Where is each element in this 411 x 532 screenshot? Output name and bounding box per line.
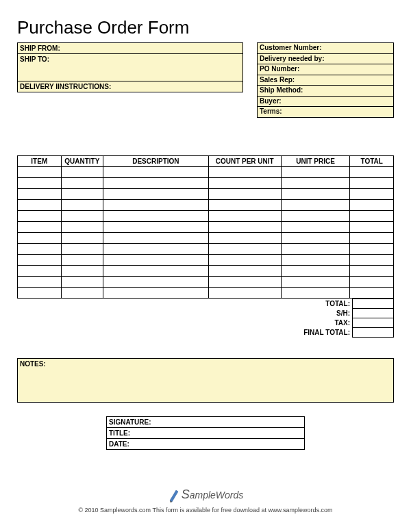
cell-unit_price xyxy=(281,166,350,177)
cell-item xyxy=(18,199,62,210)
cell-total xyxy=(350,188,394,199)
ship-method-label: Ship Method: xyxy=(258,86,393,97)
cell-quantity xyxy=(61,243,103,254)
tax-label: TAX: xyxy=(301,318,352,327)
cell-item xyxy=(18,265,62,276)
th-description: DESCRIPTION xyxy=(103,155,209,166)
cell-description xyxy=(103,265,209,276)
cell-item xyxy=(18,243,62,254)
cell-total xyxy=(350,199,394,210)
notes-box: NOTES: xyxy=(17,358,394,403)
cell-total xyxy=(350,232,394,243)
table-row xyxy=(18,254,394,265)
cell-quantity xyxy=(61,199,103,210)
sales-rep-label: Sales Rep: xyxy=(258,75,393,86)
sh-label: S/H: xyxy=(301,308,352,318)
cell-description xyxy=(103,243,209,254)
ship-box: SHIP FROM: SHIP TO: DELIVERY IINSTRUCTIO… xyxy=(17,42,243,92)
signature-label: SIGNATURE: xyxy=(107,417,304,428)
cell-count_per_unit xyxy=(208,276,281,287)
cell-description xyxy=(103,177,209,188)
cell-quantity xyxy=(61,265,103,276)
cell-description xyxy=(103,276,209,287)
table-row xyxy=(18,210,394,221)
cell-quantity xyxy=(61,210,103,221)
pen-icon xyxy=(168,487,180,503)
po-number-label: PO Number: xyxy=(258,64,393,75)
cell-item xyxy=(18,276,62,287)
cell-quantity xyxy=(61,166,103,177)
table-row xyxy=(18,265,394,276)
cell-description xyxy=(103,232,209,243)
cell-unit_price xyxy=(281,210,350,221)
table-row xyxy=(18,243,394,254)
buyer-label: Buyer: xyxy=(258,97,393,107)
cell-count_per_unit xyxy=(208,265,281,276)
cell-unit_price xyxy=(281,243,350,254)
cell-quantity xyxy=(61,221,103,232)
cell-item xyxy=(18,177,62,188)
cell-unit_price xyxy=(281,254,350,265)
cell-quantity xyxy=(61,177,103,188)
cell-count_per_unit xyxy=(208,254,281,265)
cell-unit_price xyxy=(281,232,350,243)
cell-item xyxy=(18,221,62,232)
cell-total xyxy=(350,265,394,276)
items-table: ITEM QUANTITY DESCRIPTION COUNT PER UNIT… xyxy=(17,155,394,299)
cell-count_per_unit xyxy=(208,232,281,243)
cell-count_per_unit xyxy=(208,243,281,254)
cell-total xyxy=(350,276,394,287)
cell-description xyxy=(103,188,209,199)
cell-count_per_unit xyxy=(208,210,281,221)
cell-total xyxy=(350,287,394,298)
date-label: DATE: xyxy=(107,439,304,449)
final-total-value xyxy=(353,327,394,337)
cell-item xyxy=(18,166,62,177)
final-total-label: FINAL TOTAL: xyxy=(301,327,352,337)
footer: SampleWords © 2010 Samplewords.com This … xyxy=(17,487,394,514)
cell-count_per_unit xyxy=(208,287,281,298)
table-row xyxy=(18,276,394,287)
signature-box: SIGNATURE: TITLE: DATE: xyxy=(106,416,305,450)
cell-item xyxy=(18,188,62,199)
brand-rest: ampleWords xyxy=(190,490,244,501)
th-count-per-unit: COUNT PER UNIT xyxy=(208,155,281,166)
totals-box: TOTAL: S/H: TAX: FINAL TOTAL: xyxy=(301,299,394,338)
copyright-text: © 2010 Samplewords.com This form is avai… xyxy=(17,507,394,514)
table-row xyxy=(18,188,394,199)
cell-description xyxy=(103,221,209,232)
cell-description xyxy=(103,254,209,265)
cell-total xyxy=(350,166,394,177)
title-label: TITLE: xyxy=(107,428,304,439)
cell-count_per_unit xyxy=(208,177,281,188)
cell-description xyxy=(103,210,209,221)
delivery-instructions-label: DELIVERY IINSTRUCTIONS: xyxy=(18,81,242,92)
th-total: TOTAL xyxy=(350,155,394,166)
cell-total xyxy=(350,243,394,254)
cell-item xyxy=(18,210,62,221)
cell-total xyxy=(350,177,394,188)
table-row xyxy=(18,177,394,188)
total-value xyxy=(353,299,394,308)
table-row xyxy=(18,199,394,210)
cell-unit_price xyxy=(281,221,350,232)
th-unit-price: UNIT PRICE xyxy=(281,155,350,166)
table-row xyxy=(18,232,394,243)
ship-from-label: SHIP FROM: xyxy=(18,43,242,54)
cell-description xyxy=(103,287,209,298)
terms-label: Terms: xyxy=(258,107,393,117)
cell-count_per_unit xyxy=(208,188,281,199)
delivery-needed-label: Delivery needed by: xyxy=(258,54,393,65)
brand-logo: SampleWords xyxy=(17,487,394,503)
cell-item xyxy=(18,232,62,243)
customer-number-label: Customer Number: xyxy=(258,43,393,54)
table-row xyxy=(18,287,394,298)
cell-count_per_unit xyxy=(208,166,281,177)
cell-unit_price xyxy=(281,276,350,287)
th-quantity: QUANTITY xyxy=(61,155,103,166)
page-title: Purchase Order Form xyxy=(17,17,394,38)
cell-quantity xyxy=(61,287,103,298)
total-label: TOTAL: xyxy=(301,299,352,308)
ship-to-label: SHIP TO: xyxy=(18,54,242,81)
cell-unit_price xyxy=(281,188,350,199)
